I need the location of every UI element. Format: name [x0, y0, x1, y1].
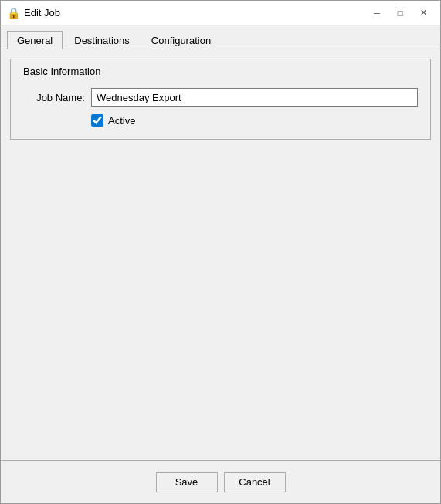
- save-button[interactable]: Save: [156, 472, 218, 492]
- window-icon: 🔒: [7, 7, 19, 19]
- cancel-button[interactable]: Cancel: [224, 472, 286, 492]
- basic-information-legend: Basic Information: [20, 66, 418, 77]
- active-label[interactable]: Active: [108, 115, 135, 127]
- footer: Save Cancel: [1, 460, 440, 503]
- maximize-button[interactable]: □: [389, 5, 411, 21]
- job-name-label: Job Name:: [23, 92, 85, 103]
- job-name-input[interactable]: [91, 88, 418, 107]
- edit-job-window: 🔒 Edit Job ─ □ ✕ General Destinations Co…: [0, 0, 441, 504]
- content-area: Basic Information Job Name: Active: [1, 49, 440, 460]
- tab-configuration[interactable]: Configuration: [141, 31, 221, 49]
- close-button[interactable]: ✕: [412, 5, 434, 21]
- job-name-row: Job Name:: [23, 88, 418, 107]
- window-title: Edit Job: [24, 7, 366, 19]
- tab-bar: General Destinations Configuration: [1, 25, 440, 49]
- active-checkbox[interactable]: [91, 114, 103, 127]
- basic-information-group: Basic Information Job Name: Active: [10, 59, 431, 140]
- title-bar: 🔒 Edit Job ─ □ ✕: [1, 1, 440, 25]
- tab-destinations[interactable]: Destinations: [64, 31, 140, 49]
- active-row: Active: [91, 114, 418, 127]
- minimize-button[interactable]: ─: [366, 5, 388, 21]
- title-bar-controls: ─ □ ✕: [366, 5, 434, 21]
- tab-general[interactable]: General: [7, 31, 63, 49]
